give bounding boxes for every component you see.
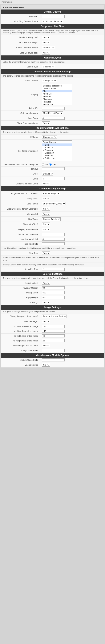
filter-by-category-listbox[interactable]: Demo Content– Blog– About Us– Services– … xyxy=(42,140,72,162)
label-items-per-row: Items Per Row xyxy=(1,267,40,272)
section-header-colorbox-settings: ColorBox Settings xyxy=(1,272,104,276)
popup-gallery-select[interactable]: YesNo xyxy=(42,281,50,285)
label-order: Order xyxy=(1,171,40,176)
label-item-count: Item Count xyxy=(1,116,40,120)
ordering-content-select[interactable]: Most Recent First xyxy=(42,112,63,115)
category-listbox[interactable]: Select all categoriesDemo ContentBlogAbo… xyxy=(42,84,72,105)
display-readmore-select[interactable]: NoYes xyxy=(42,228,50,231)
fade-on-hover-select[interactable]: YesNo xyxy=(42,344,50,347)
resize-width-input[interactable] xyxy=(42,325,64,328)
label-fade-on-hover: Main image Fade on Hover xyxy=(1,343,40,348)
label-cache-module: Cache Module xyxy=(1,362,40,368)
label-select-colorbox-theme: Select ColorBox Theme xyxy=(1,45,40,50)
plugin-behaviour-select[interactable]: Render Plugin xyxy=(42,192,60,195)
label-readmore-text: Text for read more link xyxy=(1,232,40,237)
article-source-select[interactable]: Categories xyxy=(42,79,57,82)
section-header-image-settings: Image Settings xyxy=(1,305,104,310)
scrolling-select[interactable]: YesNo xyxy=(42,301,50,304)
section-header-content-display: Content Display Settings xyxy=(1,186,104,191)
module-params-toggle[interactable]: ▾ Module Parameters xyxy=(1,5,104,10)
height-ratio-input[interactable] xyxy=(42,339,64,342)
introtext-word-limit-input[interactable] xyxy=(42,238,64,241)
label-display-images: Display Images in the module? xyxy=(1,314,40,319)
section-table-k2-content-retrieval: K2 ItemsCategoriesFilter items by catego… xyxy=(1,134,104,186)
module-id-input[interactable] xyxy=(42,15,64,18)
display-content-colorbox-select[interactable]: NoYes xyxy=(42,207,50,210)
items-per-row-input[interactable] xyxy=(42,268,64,271)
label-resize-image: Resize Image? xyxy=(1,319,40,324)
order-select[interactable]: Default xyxy=(42,172,53,176)
label-title-as-link: Title as a link xyxy=(1,212,40,217)
section-desc-general-layout: Select the layout for the way you want y… xyxy=(1,60,104,64)
label-resize-width: Width of the resized image xyxy=(1,324,40,329)
load-colorbox-css-select[interactable]: YesNo xyxy=(42,51,50,54)
label-filter-by-category: Filter items by category xyxy=(1,140,40,162)
label-introtext-word-limit: Introtext Word limit xyxy=(1,237,40,242)
section-table-general-options: Module IDMicroBlog Content SourceK2 Cont… xyxy=(1,14,104,24)
title-as-link-select[interactable]: YesNo xyxy=(42,212,50,216)
section-header-general-options: General Options xyxy=(1,10,104,14)
section-desc-scripts-css: Set this option to yes if this is the on… xyxy=(1,28,104,35)
fetch-children-radio-label-yes: Yes xyxy=(52,163,56,166)
label-category: Category xyxy=(1,83,40,106)
label-article-source: Article Source xyxy=(1,78,40,83)
sections-container: General OptionsModule IDMicroBlog Conten… xyxy=(1,10,104,368)
section-table-image-settings: Display Images in the module?From Articl… xyxy=(1,314,104,353)
width-ratio-input[interactable] xyxy=(42,334,64,338)
popup-height-input[interactable] xyxy=(42,296,64,299)
label-width-ratio: The width ratio of the image xyxy=(1,334,40,338)
popup-width-input[interactable] xyxy=(42,291,64,294)
section-table-general-layout: Layout TypeColumnsRows xyxy=(1,64,104,69)
readmore-text-input[interactable] xyxy=(42,233,64,236)
module-params-label: Module Parameters xyxy=(5,6,24,8)
fetch-children-radio-no[interactable] xyxy=(42,163,44,166)
section-table-scripts-css: Load microblog css?YesNoLoad Color Box S… xyxy=(1,35,104,56)
label-overlay-opacity: Overlay Opacity xyxy=(1,286,40,290)
label-display-comment-count: Display Comment Count xyxy=(1,181,40,186)
count-input[interactable] xyxy=(42,177,64,180)
layout-type-select[interactable]: ColumnsRows xyxy=(42,65,55,68)
item-count-input[interactable] xyxy=(42,116,64,120)
resize-height-input[interactable] xyxy=(42,330,64,333)
show-intro-text-select[interactable]: NoYes xyxy=(42,222,50,226)
link-target-select[interactable]: Content Article xyxy=(42,218,60,221)
microblog-content-source-select[interactable]: K2 Content Items xyxy=(42,20,63,23)
label-count: Count xyxy=(1,176,40,181)
intro-text-suffix-input[interactable] xyxy=(42,242,64,246)
select-colorbox-theme-select[interactable]: Theme 1Theme 2 xyxy=(42,46,55,49)
module-class-suffix-input[interactable] xyxy=(42,358,64,362)
label-popup-width: Popup Width xyxy=(1,290,40,295)
display-date-select[interactable]: NoYes xyxy=(42,197,50,200)
article-ids-input[interactable] xyxy=(42,107,64,110)
date-format-select[interactable]: 15 September, 2009 xyxy=(42,202,66,206)
load-colorbox-script-select[interactable]: YesNo xyxy=(42,41,50,44)
allowed-tags-display: <p><a><ul><li><ol><div><h1><h2><h3><h4><… xyxy=(1,256,104,263)
k2-items-select[interactable]: Categories xyxy=(42,135,57,139)
section-desc-joomla-content-retrieval: The general settings for selecting the J… xyxy=(1,74,104,78)
display-comment-count-select[interactable]: YesNo xyxy=(42,182,50,186)
label-height-ratio: The height ratio of the image xyxy=(1,338,40,343)
label-microblog-content-source: MicroBlog Content Source xyxy=(1,19,40,24)
section-header-general-layout: General Layout xyxy=(1,56,104,60)
cache-module-select[interactable]: NoYes xyxy=(42,363,50,366)
fetch-children-radio-yes[interactable] xyxy=(49,163,52,166)
section-header-scripts-css: Scripts and Css Files xyxy=(1,24,104,28)
label-intro-text-suffix: Intro Text Suffix xyxy=(1,242,40,246)
section-header-misc-options: Miscellaneous Module Options xyxy=(1,353,104,358)
item-ids-input[interactable] xyxy=(42,167,64,170)
label-load-colorbox-script: Load Color Box Script? xyxy=(1,40,40,45)
show-front-page-items-select[interactable]: YesNo xyxy=(42,121,50,125)
label-fetch-children: Fetch items from children categories xyxy=(1,162,40,166)
resize-image-select[interactable]: YesNo xyxy=(42,320,50,323)
overlay-opacity-input[interactable] xyxy=(42,286,64,290)
strip-tags-select[interactable]: YesNo xyxy=(42,251,50,255)
label-show-front-page-items: Show Front page items xyxy=(1,120,40,126)
image-fade-suffix-input[interactable] xyxy=(42,349,64,352)
label-load-microblog-css: Load microblog css? xyxy=(1,35,40,40)
label-display-date: Display date? xyxy=(1,196,40,201)
display-images-select[interactable]: From Article IntroText xyxy=(42,314,67,318)
label-popup-height: Popup Height xyxy=(1,295,40,300)
load-microblog-css-select[interactable]: YesNo xyxy=(42,36,50,39)
label-layout-type: Layout Type xyxy=(1,64,40,69)
breadcrumb-link[interactable]: Parameters xyxy=(2,1,12,3)
